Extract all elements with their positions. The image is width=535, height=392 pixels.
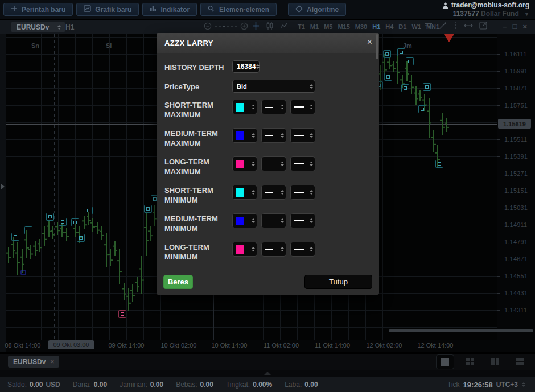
price-type-stepper[interactable] (309, 84, 313, 89)
trendline-icon[interactable] (439, 22, 447, 30)
timeframe-t1[interactable]: T1 (298, 23, 305, 30)
picker-stepper[interactable] (309, 133, 313, 138)
timeframe-m15[interactable]: M15 (338, 23, 349, 30)
line-style-picker[interactable] (261, 213, 286, 228)
timezone-value[interactable]: UTC+3 (496, 381, 518, 389)
dialog-close-icon[interactable]: × (367, 38, 372, 47)
history-depth-value: 16384 (237, 63, 256, 71)
bars-icon (150, 5, 157, 14)
line-style-picker[interactable] (261, 128, 286, 143)
time-tick-label: 11 Okt 14:00 (315, 342, 350, 349)
symbol-select[interactable]: EURUSDv (11, 22, 65, 32)
line-width-sample (294, 163, 304, 164)
tab-close-icon[interactable]: × (50, 358, 54, 366)
price-axis[interactable]: 1.161111.159911.158711.157511.155111.153… (497, 34, 535, 352)
panel-expander[interactable] (0, 370, 535, 377)
line-width-sample (294, 135, 304, 136)
color-picker[interactable] (232, 128, 257, 143)
indicator-list-icon[interactable]: f (424, 22, 433, 30)
layout-grid-button[interactable] (461, 354, 479, 369)
picker-stepper[interactable] (280, 190, 284, 195)
horizontal-scrollbar-thumb[interactable] (389, 329, 533, 332)
price-type-select[interactable]: Bid (232, 80, 315, 93)
open-window-icon[interactable] (479, 22, 487, 30)
timeframe-m5[interactable]: M5 (324, 23, 332, 30)
dialog-scrollbar-thumb[interactable] (376, 34, 378, 59)
timeframe-h4[interactable]: H4 (385, 23, 393, 30)
layout-vertical-split-button[interactable] (486, 354, 504, 369)
line-style-picker[interactable] (261, 100, 286, 114)
color-picker[interactable] (232, 100, 257, 114)
chart-tab-eurusd[interactable]: EURUSDv × (8, 356, 59, 368)
timeframe-d1[interactable]: D1 (398, 23, 406, 30)
crosshair-icon[interactable] (252, 22, 260, 30)
parameter-label: SHORT-TERM MAXIMUM (164, 100, 228, 119)
line-style-picker[interactable] (261, 156, 286, 171)
status-item-value: 0.00 (200, 381, 213, 389)
timeframe-w1[interactable]: W1 (411, 23, 421, 30)
timeframe-m30[interactable]: M30 (355, 23, 367, 30)
toolbar-button-bars[interactable]: Indikator (142, 3, 197, 16)
picker-stepper[interactable] (280, 247, 284, 251)
line-width-sample (294, 106, 304, 108)
line-width-picker[interactable] (290, 156, 315, 171)
color-picker[interactable] (232, 213, 257, 228)
line-width-picker[interactable] (290, 100, 315, 114)
picker-stepper[interactable] (251, 190, 255, 195)
picker-stepper[interactable] (309, 190, 313, 195)
toolbar-button-plus[interactable]: Perintah baru (3, 3, 73, 16)
line-width-picker[interactable] (290, 242, 315, 257)
timeframe-h1[interactable]: H1 (372, 23, 380, 30)
scroll-left-arrow-icon[interactable] (1, 184, 5, 189)
toolbar-button-diamond[interactable]: Algoritme (288, 3, 346, 16)
line-width-picker[interactable] (290, 185, 315, 200)
line-width-sample (294, 249, 304, 250)
zoom-out-icon[interactable] (204, 22, 212, 30)
picker-stepper[interactable] (309, 105, 313, 109)
picker-stepper[interactable] (251, 218, 255, 223)
picker-stepper[interactable] (251, 105, 255, 109)
line-style-picker[interactable] (261, 185, 286, 200)
picker-stepper[interactable] (251, 133, 255, 138)
picker-stepper[interactable] (280, 105, 284, 109)
layout-horizontal-split-button[interactable] (511, 354, 529, 369)
zoom-in-icon[interactable] (240, 22, 248, 30)
history-depth-stepper[interactable] (256, 64, 260, 69)
minimize-button[interactable]: – (503, 21, 507, 32)
picker-stepper[interactable] (280, 133, 284, 138)
history-depth-input[interactable]: 16384 (232, 60, 260, 73)
color-picker[interactable] (232, 242, 257, 257)
picker-stepper[interactable] (251, 247, 255, 251)
picker-stepper[interactable] (280, 218, 284, 223)
color-picker[interactable] (232, 156, 257, 171)
picker-stepper[interactable] (280, 162, 284, 166)
maximize-button[interactable]: □ (513, 21, 517, 32)
line-width-picker[interactable] (290, 213, 315, 228)
horizontal-arrows-icon[interactable] (464, 22, 473, 30)
candlestick-chart-icon[interactable] (266, 22, 274, 30)
color-picker[interactable] (232, 185, 257, 200)
timezone-stepper[interactable] (521, 382, 525, 387)
line-chart-icon[interactable] (280, 22, 289, 30)
timeframe-m1[interactable]: M1 (310, 23, 319, 30)
close-chart-button[interactable]: × (522, 21, 527, 32)
picker-stepper[interactable] (309, 218, 313, 223)
line-width-picker[interactable] (290, 128, 315, 143)
close-button[interactable]: Tutup (304, 275, 372, 289)
time-axis[interactable]: 08 Okt 14:0009 Okt 03:0009 Okt 14:0010 O… (6, 340, 497, 352)
toolbar-button-chart[interactable]: Grafik baru (76, 3, 139, 16)
account-info[interactable]: trader@mobius-soft.org 1137577 Dollar Fu… (442, 2, 529, 18)
layout-single-button[interactable] (436, 354, 454, 369)
toolbar-button-shapes[interactable]: Elemen-elemen (200, 3, 277, 16)
symbol-stepper[interactable] (57, 25, 61, 30)
dialog-header[interactable]: AZZX LARRY × (157, 33, 379, 53)
picker-stepper[interactable] (251, 162, 255, 166)
picker-stepper[interactable] (309, 162, 313, 166)
chart-icon (84, 5, 91, 14)
vertical-line-icon[interactable] (453, 22, 458, 30)
line-style-picker[interactable] (261, 242, 286, 257)
ok-button[interactable]: Beres (163, 275, 193, 289)
picker-stepper[interactable] (309, 247, 313, 251)
status-item-label: Saldo: (7, 381, 27, 389)
color-swatch (236, 131, 244, 140)
